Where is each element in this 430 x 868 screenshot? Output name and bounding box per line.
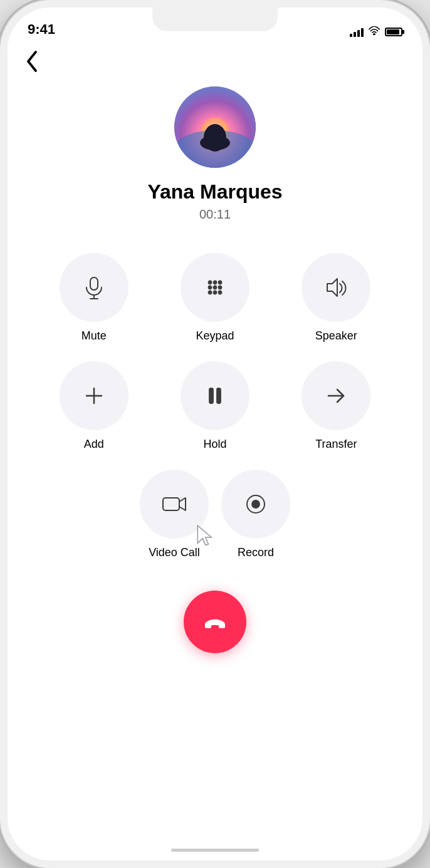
plus-icon — [80, 382, 108, 410]
svg-rect-22 — [217, 388, 221, 403]
end-call-button[interactable] — [184, 591, 246, 653]
svg-point-17 — [218, 291, 221, 294]
status-time: 9:41 — [28, 21, 55, 38]
svg-rect-21 — [209, 388, 213, 403]
call-timer: 00:11 — [199, 207, 231, 222]
speaker-icon — [322, 274, 350, 301]
phone-screen: 9:41 — [8, 8, 422, 860]
add-button[interactable]: Add — [39, 361, 148, 451]
phone-frame: 9:41 — [0, 0, 430, 868]
video-icon — [160, 490, 188, 518]
controls-bottom-row: Video Call Record — [39, 470, 391, 559]
svg-point-14 — [218, 286, 221, 289]
avatar — [174, 86, 256, 168]
pause-icon — [201, 382, 229, 410]
contact-name: Yana Marques — [147, 180, 282, 204]
svg-point-15 — [208, 291, 211, 294]
record-button[interactable]: Record — [221, 470, 290, 559]
cursor-icon — [194, 524, 211, 541]
avatar-background — [174, 86, 256, 168]
video-call-button[interactable]: Video Call — [140, 470, 209, 559]
speaker-label: Speaker — [315, 329, 357, 343]
mute-label: Mute — [81, 329, 107, 343]
signal-icon — [350, 27, 364, 37]
back-button[interactable] — [25, 50, 39, 77]
transfer-label: Transfer — [315, 438, 357, 451]
svg-marker-18 — [327, 279, 337, 296]
mic-icon — [80, 274, 108, 301]
svg-point-11 — [218, 281, 221, 284]
keypad-icon — [201, 274, 229, 301]
speaker-button[interactable]: Speaker — [282, 253, 391, 343]
hold-label: Hold — [203, 438, 226, 451]
svg-rect-24 — [163, 498, 179, 510]
notch — [152, 8, 278, 31]
video-call-label: Video Call — [149, 546, 200, 559]
svg-point-26 — [252, 500, 260, 508]
svg-point-5 — [200, 135, 230, 150]
record-icon — [242, 490, 270, 518]
controls-grid: Mute — [39, 253, 391, 451]
svg-point-0 — [374, 34, 375, 35]
status-icons — [350, 26, 402, 38]
home-indicator — [171, 849, 259, 852]
svg-point-16 — [213, 291, 216, 294]
battery-icon — [385, 28, 402, 36]
svg-point-13 — [213, 286, 216, 289]
arrow-icon — [322, 382, 350, 410]
svg-point-10 — [213, 281, 216, 284]
screen-content: Yana Marques 00:11 Mute — [8, 43, 422, 860]
svg-point-12 — [208, 286, 211, 289]
svg-point-9 — [208, 281, 211, 284]
svg-rect-6 — [90, 277, 98, 290]
mute-button[interactable]: Mute — [39, 253, 148, 343]
hold-button[interactable]: Hold — [160, 361, 269, 451]
transfer-button[interactable]: Transfer — [282, 361, 391, 451]
add-label: Add — [84, 438, 104, 451]
wifi-icon — [369, 26, 380, 38]
end-call-icon — [200, 607, 230, 637]
keypad-button[interactable]: Keypad — [160, 253, 269, 343]
keypad-label: Keypad — [196, 329, 234, 343]
record-label: Record — [238, 546, 274, 559]
